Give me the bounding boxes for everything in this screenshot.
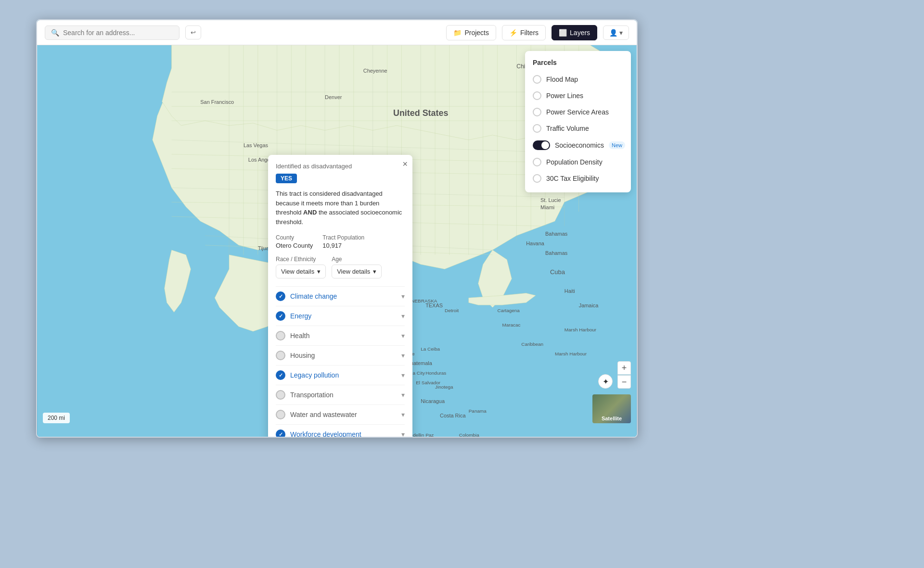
zoom-out-button[interactable]: − bbox=[617, 375, 631, 389]
popup-title: Identified as disadvantaged bbox=[276, 163, 405, 170]
layers-icon: ⬜ bbox=[559, 29, 567, 37]
age-label: Age bbox=[332, 256, 382, 263]
age-details-button[interactable]: View details ▾ bbox=[332, 265, 382, 278]
climate-change-icon bbox=[276, 291, 285, 301]
svg-text:Honduras: Honduras bbox=[425, 370, 446, 376]
layer-name-power-lines: Power Lines bbox=[546, 92, 623, 100]
layer-name-power-service: Power Service Areas bbox=[546, 108, 623, 116]
layer-item-socioeconomics[interactable]: Socioeconomics New bbox=[525, 137, 631, 154]
new-badge: New bbox=[609, 141, 625, 149]
energy-label: Energy bbox=[290, 312, 401, 320]
layer-toggle-power-lines[interactable] bbox=[533, 91, 541, 100]
layer-item-power-lines[interactable]: Power Lines bbox=[525, 88, 631, 104]
popup-close-button[interactable]: × bbox=[402, 160, 408, 168]
svg-text:Cuba: Cuba bbox=[550, 268, 565, 276]
svg-text:Maracac: Maracac bbox=[502, 322, 520, 328]
layer-name-traffic-volume: Traffic Volume bbox=[546, 125, 623, 132]
compass: ✦ bbox=[598, 374, 613, 389]
svg-text:Denver: Denver bbox=[325, 94, 342, 100]
layer-toggle-flood-map[interactable] bbox=[533, 75, 541, 84]
layer-item-population-density[interactable]: Population Density bbox=[525, 154, 631, 170]
satellite-tile[interactable]: Satellite bbox=[592, 394, 631, 423]
housing-icon bbox=[276, 351, 285, 360]
projects-label: Projects bbox=[464, 29, 489, 37]
top-bar: 🔍 ↩ 📁 Projects ⚡ Filters ⬜ Layers 👤 ▾ bbox=[37, 20, 637, 45]
popup-description: This tract is considered disadvantaged b… bbox=[276, 189, 405, 227]
user-button[interactable]: 👤 ▾ bbox=[603, 25, 629, 40]
projects-button[interactable]: 📁 Projects bbox=[446, 25, 496, 40]
layer-item-power-service[interactable]: Power Service Areas bbox=[525, 104, 631, 120]
svg-text:Caribbean: Caribbean bbox=[521, 341, 543, 347]
layers-panel: Parcels Flood Map Power Lines Power Serv… bbox=[525, 51, 631, 192]
transportation-label: Transportation bbox=[290, 391, 401, 399]
zoom-controls: + − bbox=[617, 361, 631, 389]
race-details-button[interactable]: View details ▾ bbox=[276, 265, 326, 278]
svg-text:Las Vegas: Las Vegas bbox=[244, 142, 269, 148]
history-button[interactable]: ↩ bbox=[185, 25, 201, 39]
health-label: Health bbox=[290, 332, 401, 340]
category-transportation[interactable]: Transportation ▾ bbox=[276, 385, 405, 404]
energy-chevron: ▾ bbox=[401, 312, 405, 320]
layer-toggle-population-density[interactable] bbox=[533, 158, 541, 166]
category-water-wastewater[interactable]: Water and wastewater ▾ bbox=[276, 404, 405, 424]
svg-text:Jinotega: Jinotega bbox=[435, 384, 453, 390]
housing-chevron: ▾ bbox=[401, 352, 405, 359]
water-wastewater-chevron: ▾ bbox=[401, 411, 405, 418]
climate-change-label: Climate change bbox=[290, 292, 401, 300]
tract-value: 10,917 bbox=[322, 242, 364, 249]
scale-bar: 200 mi bbox=[43, 413, 70, 423]
svg-text:Jamaica: Jamaica bbox=[579, 303, 599, 308]
category-legacy-pollution[interactable]: Legacy pollution ▾ bbox=[276, 365, 405, 385]
svg-text:NEBRASKA: NEBRASKA bbox=[411, 298, 437, 303]
info-popup: × Identified as disadvantaged YES This t… bbox=[268, 155, 412, 438]
layer-item-traffic-volume[interactable]: Traffic Volume bbox=[525, 120, 631, 137]
category-health[interactable]: Health ▾ bbox=[276, 326, 405, 345]
race-btn-label: View details bbox=[281, 268, 314, 275]
filter-icon: ⚡ bbox=[509, 29, 517, 37]
category-climate-change[interactable]: Climate change ▾ bbox=[276, 286, 405, 306]
tract-label: Tract Population bbox=[322, 234, 364, 241]
workforce-development-label: Workforce development bbox=[290, 430, 401, 438]
chevron-down-icon-age: ▾ bbox=[373, 268, 376, 275]
legacy-pollution-label: Legacy pollution bbox=[290, 371, 401, 379]
layer-toggle-tax-eligibility[interactable] bbox=[533, 174, 541, 183]
layers-label: Layers bbox=[570, 29, 590, 37]
search-box[interactable]: 🔍 bbox=[45, 25, 180, 40]
filters-button[interactable]: ⚡ Filters bbox=[502, 25, 546, 40]
transportation-chevron: ▾ bbox=[401, 391, 405, 399]
svg-text:Detroit: Detroit bbox=[445, 308, 459, 313]
svg-text:Marsh Harbour: Marsh Harbour bbox=[565, 327, 597, 332]
county-label: County bbox=[276, 234, 313, 241]
zoom-in-button[interactable]: + bbox=[617, 361, 631, 375]
layer-toggle-traffic-volume[interactable] bbox=[533, 124, 541, 133]
category-energy[interactable]: Energy ▾ bbox=[276, 306, 405, 326]
svg-text:Paz: Paz bbox=[425, 432, 434, 437]
race-label: Race / Ethnicity bbox=[276, 256, 326, 263]
health-chevron: ▾ bbox=[401, 332, 405, 340]
category-housing[interactable]: Housing ▾ bbox=[276, 345, 405, 365]
water-wastewater-label: Water and wastewater bbox=[290, 411, 401, 418]
popup-selects: Race / Ethnicity View details ▾ Age View… bbox=[276, 256, 405, 278]
county-value: Otero County bbox=[276, 242, 313, 249]
housing-label: Housing bbox=[290, 352, 401, 359]
county-group: County Otero County bbox=[276, 234, 313, 249]
search-icon: 🔍 bbox=[51, 29, 59, 37]
satellite-label: Satellite bbox=[602, 416, 622, 421]
svg-text:Miami: Miami bbox=[540, 204, 554, 210]
svg-text:San Francisco: San Francisco bbox=[200, 99, 234, 105]
category-workforce-development[interactable]: Workforce development ▾ bbox=[276, 424, 405, 438]
search-input[interactable] bbox=[63, 29, 173, 37]
layers-panel-title: Parcels bbox=[525, 57, 631, 71]
layer-toggle-power-service[interactable] bbox=[533, 108, 541, 116]
socioeconomics-toggle[interactable] bbox=[533, 140, 550, 150]
svg-text:Panama: Panama bbox=[469, 408, 487, 414]
age-btn-label: View details bbox=[337, 268, 370, 275]
layer-item-tax-eligibility[interactable]: 30C Tax Eligibility bbox=[525, 170, 631, 187]
description-bold: AND bbox=[303, 209, 317, 216]
legacy-pollution-icon bbox=[276, 370, 285, 380]
age-group: Age View details ▾ bbox=[332, 256, 382, 278]
popup-body: × Identified as disadvantaged YES This t… bbox=[268, 155, 412, 438]
layers-button[interactable]: ⬜ Layers bbox=[552, 25, 597, 40]
svg-text:Colombia: Colombia bbox=[459, 432, 479, 437]
layer-item-flood-map[interactable]: Flood Map bbox=[525, 71, 631, 88]
